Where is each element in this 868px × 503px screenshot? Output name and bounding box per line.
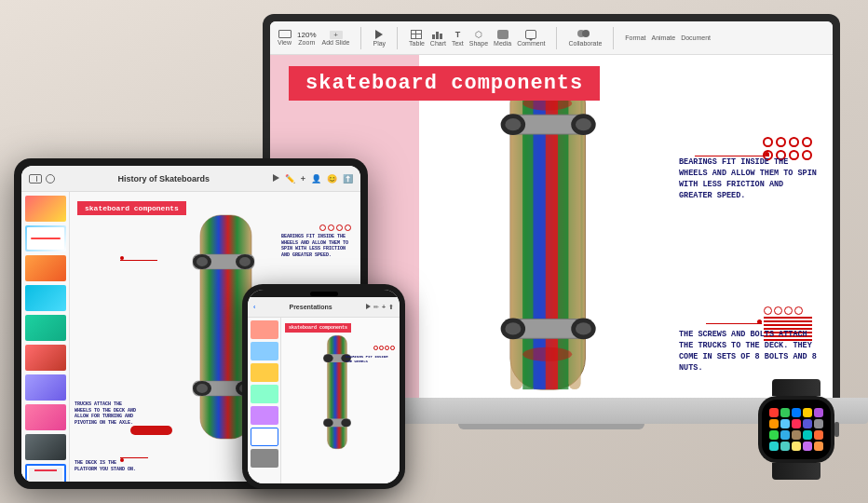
bearings-dot	[765, 152, 769, 156]
ipad-deck-annotation: THE DECK IS THE PLATFORM YOU STAND ON.	[75, 460, 140, 472]
toolbar-group-play: Play	[373, 30, 386, 47]
iphone: ‹ Presentations ✏ + ⬆ skateboar	[242, 284, 405, 489]
toolbar-zoom[interactable]: 120% Zoom	[297, 31, 316, 46]
svg-rect-30	[328, 335, 347, 448]
iphone-slide-content: skateboard components	[281, 318, 400, 483]
watch-app-10	[814, 419, 823, 428]
toolbar-animate[interactable]: Animate	[651, 34, 675, 41]
slide-title: skateboard components	[289, 66, 600, 101]
watch-app-3	[792, 408, 801, 417]
toolbar-add-slide[interactable]: + Add Slide	[322, 31, 350, 46]
iphone-thumb-7[interactable]	[251, 449, 278, 468]
ipad-bearing-dots	[319, 224, 351, 231]
iphone-add-icon[interactable]: +	[382, 304, 386, 311]
ipad-trucks-line	[120, 260, 157, 261]
toolbar-view[interactable]: View	[278, 30, 292, 46]
ipad-emoji-icon[interactable]: 😊	[327, 174, 337, 184]
toolbar-separator-1	[360, 27, 361, 49]
iphone-pen-icon[interactable]: ✏	[373, 304, 379, 311]
ipad-thumb-3[interactable]	[25, 255, 66, 281]
toolbar-separator-2	[397, 27, 398, 49]
toolbar-group-right: Format Animate Document	[625, 34, 711, 41]
toolbar-play[interactable]: Play	[373, 30, 386, 47]
iphone-skateboard-svg	[300, 332, 374, 453]
screws-annotation: THE SCREWS AND BOLTS ATTACH THE TRUCKS T…	[679, 330, 819, 374]
ipad-thumb-7[interactable]	[25, 374, 66, 401]
ipad-thumb-2[interactable]	[25, 225, 66, 252]
toolbar-document[interactable]: Document	[681, 34, 711, 41]
iphone-bearings-text: BEARINGS FIT INSIDE THE WHEELS	[346, 355, 397, 364]
watch-band-bottom	[772, 463, 821, 480]
toolbar-format[interactable]: Format	[625, 34, 645, 41]
watch-app-13	[792, 430, 801, 440]
iphone-body: skateboard components	[248, 318, 400, 483]
bearings-annotation: BEARINGS FIT INSIDE THE WHEELS AND ALLOW…	[679, 157, 819, 202]
ipad-trucks-dot	[120, 256, 124, 260]
ipad-thumb-1[interactable]	[25, 196, 66, 222]
toolbar-shape[interactable]: ⬡ Shape	[469, 30, 488, 47]
toolbar-collaborate[interactable]: Collaborate	[568, 30, 602, 47]
ipad-add-icon[interactable]: +	[301, 174, 305, 184]
ipad-share-icon[interactable]: ⬆️	[343, 174, 353, 184]
iphone-thumb-active[interactable]	[251, 428, 278, 446]
watch-app-11	[769, 430, 779, 440]
toolbar-group-insert: Table Chart T Text	[409, 30, 545, 47]
iphone-thumb-2[interactable]	[251, 342, 278, 360]
ipad-thumb-5[interactable]	[25, 315, 66, 341]
ipad-trucks-annotation: TRUCKS ATTACH THE WHEELS TO THE DECK AND…	[75, 401, 140, 426]
watch-app-20	[814, 442, 823, 451]
iphone-sidebar	[248, 318, 281, 483]
toolbar-media[interactable]: Media	[494, 30, 511, 47]
iphone-thumb-3[interactable]	[251, 363, 278, 382]
watch-app-5	[814, 408, 823, 417]
toolbar-separator-3	[556, 27, 557, 49]
ipad-thumb-4[interactable]	[25, 285, 66, 311]
toolbar-comment[interactable]: Comment	[517, 30, 545, 47]
watch-app-17	[780, 442, 790, 451]
svg-point-11	[576, 118, 591, 130]
iphone-play-icon[interactable]	[366, 304, 371, 309]
ipad-person-icon[interactable]: 👤	[311, 174, 321, 184]
screws-line	[706, 323, 762, 324]
watch-app-9	[803, 419, 812, 428]
ipad-thumb-8[interactable]	[25, 404, 66, 430]
watch-app-8	[792, 419, 801, 428]
watch-body	[758, 396, 834, 463]
svg-point-27	[197, 384, 208, 393]
svg-point-16	[576, 322, 591, 334]
watch-app-6	[769, 419, 779, 428]
toolbar-chart[interactable]: Chart	[430, 30, 446, 47]
ipad-play-icon[interactable]	[273, 174, 279, 182]
ipad-bearings-annotation: BEARINGS FIT INSIDE THE WHEELS AND ALLOW…	[281, 234, 356, 258]
iphone-toolbar: ‹ Presentations ✏ + ⬆	[248, 297, 400, 318]
iphone-thumb-5[interactable]	[251, 406, 278, 425]
iphone-share-icon[interactable]: ⬆	[388, 304, 394, 311]
svg-point-24	[239, 257, 251, 266]
screws-dot	[757, 319, 762, 324]
ipad-view-icon[interactable]	[29, 174, 42, 184]
ipad-toolbar: History of Skateboards ✏️ + 👤 😊 ⬆️	[21, 166, 360, 192]
toolbar-text[interactable]: T Text	[452, 30, 464, 47]
iphone-bearing-dots	[373, 346, 395, 350]
iphone-screen: ‹ Presentations ✏ + ⬆ skateboar	[248, 290, 400, 483]
ipad-toolbar-icons-right: ✏️ + 👤 😊 ⬆️	[273, 174, 353, 184]
bearings-line	[695, 156, 769, 156]
svg-point-14	[505, 322, 521, 334]
iphone-thumb-1[interactable]	[251, 320, 278, 339]
watch-app-19	[803, 442, 812, 451]
toolbar-table[interactable]: Table	[409, 30, 425, 47]
ipad-thumb-9[interactable]	[25, 434, 66, 460]
ipad-deck-line	[120, 457, 148, 458]
iphone-thumb-4[interactable]	[251, 385, 278, 403]
watch-app-1	[769, 408, 779, 417]
ipad-more-icon[interactable]	[46, 174, 55, 184]
toolbar-group-collaborate: Collaborate	[568, 30, 602, 47]
ipad-thumb-active[interactable]	[25, 464, 66, 482]
watch-app-7	[780, 419, 790, 428]
watch-band-top	[772, 379, 821, 396]
watch-app-2	[780, 408, 790, 417]
ipad-thumb-6[interactable]	[25, 345, 66, 371]
watch-apps-grid	[766, 404, 827, 455]
ipad-pen-icon[interactable]: ✏️	[285, 174, 295, 184]
iphone-notch	[248, 290, 400, 297]
